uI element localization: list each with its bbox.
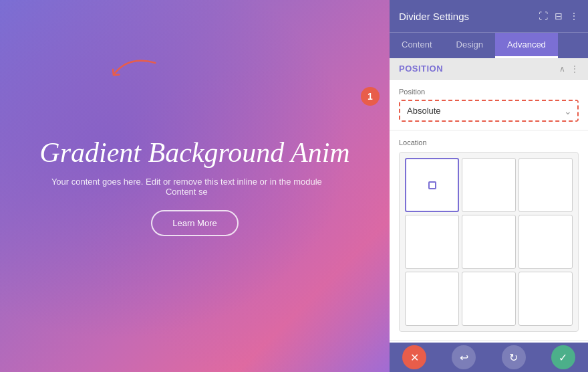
canvas-subtitle: Your content goes here. Edit or remove t… [39, 177, 333, 197]
reset-button[interactable]: ↩ [452, 345, 476, 369]
location-cell-bottom-right[interactable] [519, 272, 573, 326]
canvas-content: Gradient Background Anim Your content go… [26, 136, 363, 236]
location-grid-container [399, 152, 579, 332]
save-button[interactable]: ✓ [551, 345, 575, 369]
location-label: Location [399, 138, 579, 147]
location-cell-bottom-center[interactable] [462, 272, 516, 326]
section-header: Position ∧ ⋮ [390, 58, 588, 80]
section-controls: ∧ ⋮ [559, 64, 579, 74]
location-cell-bottom-left[interactable] [405, 272, 459, 326]
redo-button[interactable]: ↻ [502, 345, 526, 369]
tab-content[interactable]: Content [390, 33, 444, 58]
tab-design[interactable]: Design [444, 33, 495, 58]
location-cell-top-left[interactable] [405, 158, 459, 212]
section-title: Position [399, 64, 443, 74]
location-grid [405, 158, 573, 326]
badge-1: 1 [361, 87, 380, 106]
location-cell-middle-center[interactable] [462, 215, 516, 269]
location-cell-middle-right[interactable] [519, 215, 573, 269]
panel-body: Position ∧ ⋮ Position Default Absolute F… [390, 58, 588, 343]
location-cell-middle-left[interactable] [405, 215, 459, 269]
header-icons: ⛶ ⊟ ⋮ [539, 11, 579, 21]
tabs-row: Content Design Advanced [390, 32, 588, 58]
arrow-annotation [107, 47, 160, 103]
location-section: Location [390, 130, 588, 341]
canvas-area: Gradient Background Anim Your content go… [0, 0, 390, 372]
position-label: Position [399, 88, 579, 96]
location-cell-top-center[interactable] [462, 158, 516, 212]
columns-icon[interactable]: ⊟ [555, 11, 563, 21]
collapse-icon[interactable]: ∧ [559, 64, 565, 74]
location-cell-top-right[interactable] [519, 158, 573, 212]
position-select-wrapper: Default Absolute Fixed Relative ⌄ [399, 100, 579, 122]
panel-footer: ✕ ↩ ↻ ✓ [390, 343, 588, 372]
section-more-icon[interactable]: ⋮ [571, 64, 579, 74]
position-select[interactable]: Default Absolute Fixed Relative [400, 101, 577, 120]
panel-header: Divider Settings ⛶ ⊟ ⋮ [390, 0, 588, 32]
panel-title: Divider Settings [399, 11, 469, 22]
tab-advanced[interactable]: Advanced [495, 33, 558, 58]
more-icon[interactable]: ⋮ [569, 11, 579, 21]
learn-more-button[interactable]: Learn More [151, 210, 238, 236]
cancel-button[interactable]: ✕ [402, 345, 426, 369]
position-field-group: Position Default Absolute Fixed Relative… [390, 80, 588, 130]
settings-panel: Divider Settings ⛶ ⊟ ⋮ Content Design Ad… [390, 0, 588, 372]
expand-icon[interactable]: ⛶ [539, 11, 548, 21]
canvas-title: Gradient Background Anim [39, 136, 349, 169]
